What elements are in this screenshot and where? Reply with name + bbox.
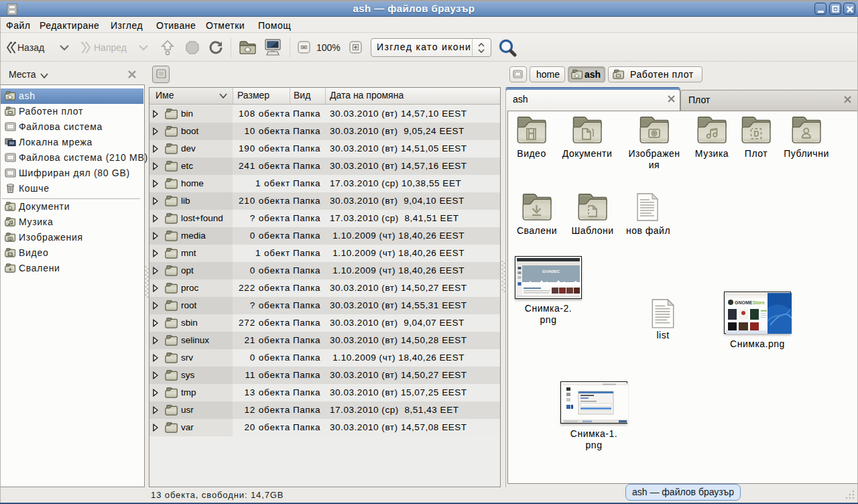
svg-text:GNOME: GNOME — [735, 300, 753, 305]
svg-text:Store: Store — [753, 300, 765, 305]
svg-text:GUADEC: GUADEC — [542, 269, 560, 273]
